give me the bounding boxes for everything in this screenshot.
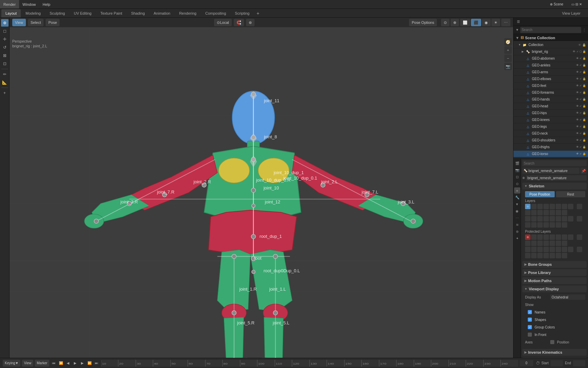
protected-layer-btn-14[interactable] — [550, 241, 555, 246]
display-solid[interactable]: ⬛ — [471, 19, 481, 26]
toolbar-move[interactable]: ✛ — [1, 35, 9, 43]
layer-btn-10[interactable] — [525, 210, 530, 215]
outliner-item-brignet-rig[interactable]: ▶ 🦴 brignet_rig 👁 ✓ ⬡ 🔒 — [513, 48, 588, 55]
outliner-item-geo-head[interactable]: △ GEO-head 👁 ✓ 🔒 — [513, 103, 588, 110]
viewport-pose-btn[interactable]: Pose — [46, 19, 60, 26]
layer-btn-7[interactable] — [562, 204, 567, 209]
viewport-snap-btn[interactable]: 🧲 — [234, 19, 244, 26]
viewport-proportional-btn[interactable]: ⊛ — [246, 19, 255, 26]
layer-btn-30[interactable] — [550, 222, 555, 228]
view-zoom-in[interactable]: + — [504, 46, 512, 54]
outliner-item-geo-forearms[interactable]: △ GEO-forearms 👁 ✓ 🔒 — [513, 89, 588, 96]
armature-object-selector[interactable]: brignet_remesh_armature — [526, 175, 587, 181]
tab-scripting[interactable]: Scripting — [231, 9, 254, 17]
layer-btn-16[interactable] — [562, 210, 567, 215]
scene-selector[interactable]: ⊕ Scene — [546, 2, 567, 6]
protected-layer-btn-11[interactable] — [531, 241, 537, 246]
layer-btn-5[interactable] — [550, 204, 555, 209]
in-front-checkbox[interactable] — [528, 333, 532, 337]
layer-btn-11[interactable] — [531, 210, 537, 215]
layer-btn-22[interactable] — [556, 216, 561, 221]
protected-layer-btn-26[interactable] — [525, 253, 530, 258]
layer-btn-13[interactable] — [543, 210, 549, 215]
viewport-select-btn[interactable]: Select — [28, 19, 44, 26]
toolbar-transform[interactable]: ⊡ — [1, 60, 9, 67]
protected-layer-btn-18[interactable] — [531, 247, 537, 252]
tab-uv-editing[interactable]: UV Editing — [70, 9, 96, 17]
pose-position-btn[interactable]: Pose Position — [525, 191, 555, 197]
outliner-item-geo-knees[interactable]: △ GEO-knees 👁 ✓ 🔒 — [513, 117, 588, 123]
names-checkbox[interactable]: ✓ — [528, 310, 532, 314]
viewport-pivot-btn[interactable]: ⊙ Local — [214, 19, 231, 26]
layer-btn-9[interactable] — [577, 204, 582, 209]
prev-keyframe-btn[interactable]: ◀ — [65, 360, 71, 366]
protected-layer-btn-12[interactable] — [537, 241, 543, 246]
protected-layer-btn-32[interactable] — [562, 253, 567, 258]
props-physics-icon[interactable]: ≋ — [514, 221, 520, 228]
outliner-item-geo-elbows[interactable]: △ GEO-elbows 👁 ✓ 🔒 — [513, 76, 588, 82]
outliner-tab-icon[interactable]: ☰ — [515, 18, 522, 25]
next-frame-btn[interactable]: ⏩ — [86, 360, 93, 366]
toolbar-annotate[interactable]: ✏ — [1, 71, 9, 78]
protected-layer-btn-3[interactable] — [537, 234, 543, 240]
outliner-item-geo-hips[interactable]: △ GEO-hips 👁 ✓ 🔒 — [513, 110, 588, 117]
bone-groups-header[interactable]: ▶ Bone Groups — [522, 261, 587, 268]
viewport-3d[interactable]: View Select Pose ⊙ Local 🧲 ⊛ Pose Option… — [10, 18, 513, 358]
toolbar-scale[interactable]: ⊠ — [1, 52, 9, 59]
window-controls[interactable]: ▭ ⊟ ✕ — [568, 2, 585, 6]
next-keyframe-btn[interactable]: ▶ — [79, 360, 85, 366]
protected-layer-btn-16[interactable] — [562, 241, 567, 246]
outliner-item-geo-shoulders[interactable]: △ GEO-shoulders 👁 ✓ 🔒 — [513, 137, 588, 144]
outliner-item-geo-thighs[interactable]: △ GEO-thighs 👁 ✓ 🔒 — [513, 144, 588, 151]
layer-btn-8[interactable] — [568, 204, 573, 209]
outliner-item-geo-ankles[interactable]: △ GEO-ankles 👁 ✓ 🔒 — [513, 62, 588, 69]
view-gizmo[interactable]: 🧭 — [504, 38, 512, 46]
start-frame-input[interactable]: 1 — [551, 360, 563, 366]
viewport-gizmo-btn[interactable]: ⊕ — [451, 19, 459, 26]
protected-layer-btn-29[interactable] — [543, 253, 549, 258]
skeleton-section-header[interactable]: ▼ Skeleton — [522, 183, 587, 189]
layer-btn-20[interactable] — [543, 216, 549, 221]
props-output-icon[interactable]: ⊡ — [514, 174, 520, 180]
layer-btn-15[interactable] — [556, 210, 561, 215]
protected-layer-btn-22[interactable] — [556, 247, 561, 252]
current-frame-input[interactable]: 0 — [520, 360, 533, 366]
menu-window[interactable]: Window — [19, 0, 39, 9]
jump-end-btn[interactable]: ⏭ — [94, 360, 100, 366]
outliner-item-geo-wrists[interactable]: △ GEO-wrists 👁 ✓ 🔒 — [513, 157, 588, 158]
protected-layer-btn-23[interactable] — [562, 247, 567, 252]
display-rendered[interactable]: ☀ — [491, 19, 500, 26]
protected-layer-btn-20[interactable] — [543, 247, 549, 252]
view-toggle-camera[interactable]: 📷 — [504, 63, 512, 70]
protected-layer-btn-2[interactable] — [531, 234, 537, 240]
layer-btn-25[interactable] — [577, 216, 582, 221]
viewport-more-btn[interactable]: ⋯ — [501, 19, 510, 26]
toolbar-select[interactable]: ◻ — [1, 27, 9, 35]
layer-btn-26[interactable] — [525, 222, 530, 228]
layer-btn-19[interactable] — [537, 216, 543, 221]
props-data-icon[interactable]: ▼ — [514, 201, 520, 207]
protected-layer-btn-8[interactable] — [568, 234, 573, 240]
tab-shading[interactable]: Shading — [127, 9, 149, 17]
prev-frame-btn[interactable]: ⏪ — [58, 360, 64, 366]
viewport-display-header[interactable]: ▼ Viewport Display — [522, 286, 587, 292]
props-constraints-icon[interactable]: ⊛ — [514, 228, 520, 234]
layer-btn-3[interactable] — [537, 204, 543, 209]
viewport-overlay-btn[interactable]: ⊙ — [441, 19, 450, 26]
protected-layer-btn-5[interactable] — [550, 234, 555, 240]
ik-header[interactable]: ▶ Inverse Kinematics — [522, 349, 587, 356]
active-object-selector[interactable]: 🦴 brignet_remesh_armature — [522, 168, 579, 174]
props-object-icon[interactable]: ○ — [514, 187, 520, 194]
outliner-item-geo-torso[interactable]: △ GEO-torso 👁 ✓ 🔒 — [513, 151, 588, 157]
layer-btn-27[interactable] — [531, 222, 537, 228]
pose-library-header[interactable]: ▶ Pose Library — [522, 269, 587, 276]
protected-layer-btn-15[interactable] — [556, 241, 561, 246]
protected-layer-btn-31[interactable] — [556, 253, 561, 258]
protected-layer-btn-21[interactable] — [550, 247, 555, 252]
layer-btn-2[interactable] — [531, 204, 537, 209]
tab-sculpting[interactable]: Sculpting — [46, 9, 69, 17]
outliner-collection[interactable]: ▼ 📁 Collection 👁 🔒 — [513, 42, 588, 48]
toolbar-measure[interactable]: 📐 — [1, 79, 9, 86]
protected-layer-btn-4[interactable] — [543, 234, 549, 240]
menu-render[interactable]: Render — [0, 0, 19, 9]
